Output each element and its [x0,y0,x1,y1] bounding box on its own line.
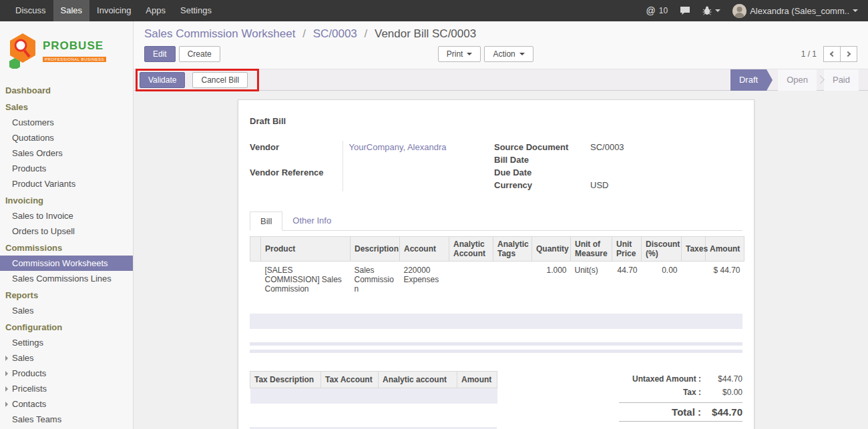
expand-caret-icon [5,356,8,361]
menu-invoicing[interactable]: Invoicing [89,0,138,21]
create-button[interactable]: Create [179,46,220,62]
sidebar-item-quotations[interactable]: Quotations [0,130,133,145]
at-icon: @ [646,5,656,16]
line-cell-analytic-account [449,262,493,298]
vendor-reference-label: Vendor Reference [250,166,343,191]
breadcrumb-worksheets[interactable]: Sales Commission Worksheet [144,27,295,40]
sidebar-item-sales-teams[interactable]: Sales Teams [0,412,133,427]
breadcrumb-worksheet-record[interactable]: SC/0003 [313,27,357,40]
sidebar-item-label: Contacts [12,399,46,409]
breadcrumb-separator: / [365,27,368,40]
sidebar: PROBUSE PROFESSIONAL BUSINESS Dashboard … [0,21,134,429]
sidebar-heading-sales[interactable]: Sales [0,98,133,115]
sidebar-item-product-variants[interactable]: Product Variants [0,176,133,191]
validate-button[interactable]: Validate [140,72,185,88]
untaxed-amount-row: Untaxed Amount : $44.70 [619,372,742,386]
messages-button[interactable] [674,0,696,21]
pager-previous-button[interactable] [823,46,841,62]
sidebar-item-customers[interactable]: Customers [0,115,133,130]
vendor-reference-value [343,166,490,191]
sidebar-item-contacts[interactable]: Contacts [0,396,133,412]
status-pipeline: Draft Open Paid [730,69,868,91]
col-header-uom: Unit of Measure [571,237,612,262]
edit-button[interactable]: Edit [144,46,176,62]
menu-discuss[interactable]: Discuss [8,0,53,21]
line-cell-amount: $ 44.70 [706,262,744,298]
form-view-area: Draft Bill Vendor YourCompany, Alexandra… [134,91,868,429]
menu-settings[interactable]: Settings [173,0,219,21]
state-chevron-icon [816,75,825,84]
sidebar-heading-dashboard[interactable]: Dashboard [0,81,133,98]
sidebar-item-products[interactable]: Products [0,161,133,176]
bill-title: Draft Bill [250,116,742,126]
breadcrumb-current: Vendor Bill SC/0003 [375,27,476,40]
currency-value: USD [590,179,742,191]
cancel-bill-button[interactable]: Cancel Bill [192,72,248,88]
state-draft[interactable]: Draft [730,69,767,91]
vendor-link[interactable]: YourCompany, Alexandra [349,142,447,152]
menu-apps[interactable]: Apps [138,0,173,21]
sidebar-item-commission-worksheets[interactable]: Commission Worksheets [0,256,133,271]
sidebar-heading-commissions[interactable]: Commissions [0,239,133,256]
sidebar-item-settings[interactable]: Settings [0,335,133,350]
vendor-label: Vendor [250,141,343,166]
sidebar-item-orders-to-upsell[interactable]: Orders to Upsell [0,224,133,239]
currency-label: Currency [494,179,590,191]
sidebar-item-config-sales[interactable]: Sales [0,350,133,366]
sidebar-item-sales-commissions-lines[interactable]: Sales Commissions Lines [0,271,133,286]
sidebar-heading-invoicing[interactable]: Invoicing [0,191,133,208]
sidebar-heading-reports[interactable]: Reports [0,286,133,303]
action-label: Action [493,49,515,59]
col-header-account: Account [400,237,449,262]
sidebar-item-sales-orders[interactable]: Sales Orders [0,145,133,161]
empty-list-bar [250,342,742,346]
total-label: Total : [619,406,701,418]
expand-caret-icon [5,386,8,392]
systray: @ 10 [640,0,868,21]
user-menu[interactable]: Alexandra (Sales_comm.. [726,0,864,21]
action-dropdown-button[interactable]: Action [484,46,533,62]
tax-amount-row: Tax : $0.00 [619,386,742,399]
sidebar-item-config-products[interactable]: Products [0,366,133,381]
chevron-right-icon [845,51,851,57]
line-cell-taxes [682,262,706,298]
control-panel: Sales Commission Worksheet / SC/0003 / V… [134,21,868,69]
logo-text: PROBUSE PROFESSIONAL BUSINESS [43,39,106,63]
caret-down-icon [467,53,472,55]
field-group-left: Vendor YourCompany, Alexandra Vendor Ref… [250,141,490,191]
mentions-button[interactable]: @ 10 [640,0,674,21]
col-header-unit-price: Unit Price [612,237,642,262]
breadcrumb-separator: / [302,27,306,40]
caret-down-icon [715,9,720,12]
menu-sales[interactable]: Sales [53,0,90,21]
sidebar-item-pricelists[interactable]: Pricelists [0,381,133,396]
debug-menu-button[interactable] [696,0,726,21]
pager-text: 1 / 1 [801,49,817,59]
state-open[interactable]: Open [778,69,817,91]
tax-and-totals-section: Tax Description Tax Account Analytic acc… [250,371,742,422]
tax-lines-table: Tax Description Tax Account Analytic acc… [250,371,497,404]
invoice-lines-table: Product Description Account Analytic Acc… [250,236,744,298]
line-handle-cell [250,262,261,298]
source-document-label: Source Document [494,141,590,153]
col-header-description: Description [351,237,400,262]
totals-block: Untaxed Amount : $44.70 Tax : $0.00 Tota… [619,371,742,422]
col-header-analytic-account: Analytic Account [449,237,493,262]
form-sheet: Draft Bill Vendor YourCompany, Alexandra… [238,99,754,429]
col-header-taxes: Taxes [682,237,706,262]
sidebar-item-sales-to-invoice[interactable]: Sales to Invoice [0,208,133,224]
sidebar-heading-configuration[interactable]: Configuration [0,318,133,335]
sidebar-item-reports-sales[interactable]: Sales [0,303,133,318]
empty-line-placeholder [250,314,742,329]
tab-other-info[interactable]: Other Info [282,211,341,230]
invoice-line-row[interactable]: [SALES COMMISSION] Sales Commission Sale… [250,262,744,298]
pager-next-button[interactable] [840,46,857,62]
line-cell-account: 220000 Expenses [400,262,449,298]
col-header-tax-amount: Amount [457,372,497,388]
bill-date-value [590,153,742,166]
state-paid[interactable]: Paid [824,69,859,91]
print-dropdown-button[interactable]: Print [438,46,481,62]
line-cell-product: [SALES COMMISSION] Sales Commission [261,262,351,298]
due-date-label: Due Date [494,166,590,179]
tab-bill[interactable]: Bill [250,211,282,231]
